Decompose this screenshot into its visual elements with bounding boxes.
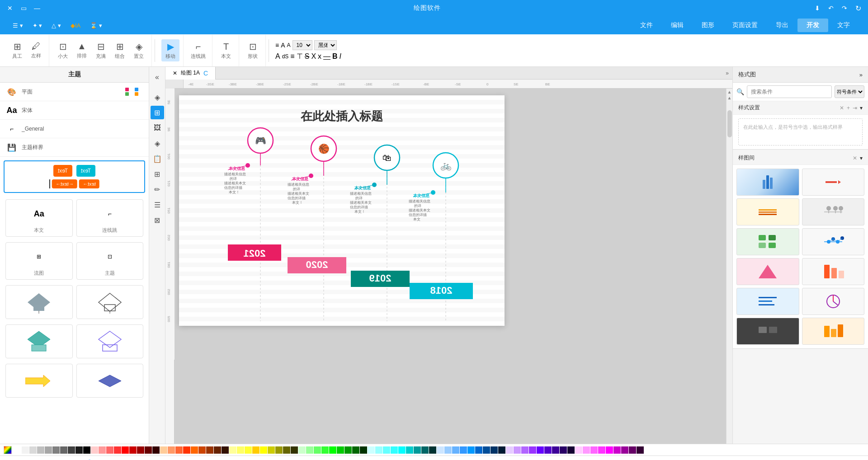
shape-diamond-white[interactable] bbox=[76, 285, 144, 319]
color-swatch[interactable] bbox=[352, 446, 359, 454]
menu-item-edit[interactable]: 编辑 bbox=[662, 19, 693, 32]
toolbar-btn-shape2[interactable]: ⊡ 形状 bbox=[244, 39, 262, 61]
color-swatch[interactable] bbox=[175, 446, 183, 454]
template-thumb-1[interactable] bbox=[736, 169, 799, 196]
minimize-button[interactable]: ▭ bbox=[19, 4, 28, 13]
color-swatch[interactable] bbox=[483, 446, 490, 454]
color-swatch[interactable] bbox=[590, 446, 598, 454]
shape-connector[interactable]: ⌐ 连线跳 bbox=[76, 199, 144, 237]
color-swatch[interactable] bbox=[222, 446, 229, 454]
sidebar-table-btn[interactable]: ⊞ bbox=[151, 167, 164, 181]
shape-row-theme[interactable]: 💾 主题样界 bbox=[0, 138, 149, 157]
color-swatch[interactable] bbox=[337, 446, 344, 454]
color-swatch[interactable] bbox=[114, 446, 121, 454]
color-swatch[interactable] bbox=[560, 446, 567, 454]
color-swatch[interactable] bbox=[391, 446, 398, 454]
search-input[interactable] bbox=[747, 85, 832, 98]
font-size-select[interactable]: 10121416 bbox=[292, 40, 312, 50]
strike-icon[interactable]: S bbox=[305, 52, 310, 61]
color-swatch[interactable] bbox=[183, 446, 190, 454]
color-swatch[interactable] bbox=[45, 446, 52, 454]
color-swatch[interactable] bbox=[429, 446, 436, 454]
color-swatch[interactable] bbox=[414, 446, 421, 454]
font-size-large-icon[interactable]: A bbox=[281, 42, 285, 49]
shape-text[interactable]: Aa 本文 bbox=[5, 199, 73, 237]
menu-item-help[interactable]: 文件 bbox=[631, 19, 662, 32]
color-swatch[interactable] bbox=[529, 446, 536, 454]
bold-icon[interactable]: B bbox=[332, 52, 338, 61]
color-swatch[interactable] bbox=[37, 446, 44, 454]
canvas-tab-1[interactable]: ✕ 绘图 1A C bbox=[165, 67, 216, 80]
sidebar-layers-btn[interactable]: ◈ bbox=[151, 136, 164, 150]
italic-icon[interactable]: I bbox=[340, 52, 341, 61]
color-swatch[interactable] bbox=[52, 446, 60, 454]
main-shape-preview[interactable]: Text Text ←text→ text→ bbox=[4, 160, 145, 193]
indent-icon[interactable]: ⊤ bbox=[297, 52, 303, 61]
color-swatch[interactable] bbox=[375, 446, 382, 454]
template-thumb-11[interactable] bbox=[736, 318, 799, 345]
color-swatch[interactable] bbox=[298, 446, 306, 454]
template-thumb-10[interactable] bbox=[802, 288, 865, 315]
shape-flow-green[interactable] bbox=[5, 324, 73, 358]
shape-row-font[interactable]: Aa 宋体 bbox=[0, 101, 149, 120]
color-swatch[interactable] bbox=[152, 446, 160, 454]
color-swatch[interactable] bbox=[306, 446, 313, 454]
color-swatch[interactable] bbox=[506, 446, 513, 454]
color-swatch[interactable] bbox=[75, 446, 83, 454]
color-swatch[interactable] bbox=[314, 446, 321, 454]
font-name-select[interactable]: 黑体 bbox=[314, 40, 337, 50]
template-thumb-6[interactable] bbox=[802, 228, 865, 255]
sub-icon[interactable]: X bbox=[311, 52, 316, 61]
toolbar-btn-select[interactable]: ▶ 移动 bbox=[161, 39, 179, 61]
scroll-up2-btn[interactable]: ▲ bbox=[727, 95, 732, 100]
title-icon-1[interactable]: ⬇ bbox=[813, 4, 822, 13]
shape-diamond-blue[interactable] bbox=[76, 364, 144, 398]
template-thumb-4[interactable] bbox=[802, 198, 865, 225]
color-swatch[interactable] bbox=[498, 446, 505, 454]
shape-flow[interactable]: ⊞ 流图 bbox=[5, 242, 73, 280]
color-swatch[interactable] bbox=[521, 446, 528, 454]
shape-row-plane[interactable]: 🎨 平面 bbox=[0, 83, 149, 101]
menu-tool-zoom[interactable]: ⌛ ▾ bbox=[86, 20, 106, 31]
menu-tool-text[interactable]: ◆IA bbox=[67, 20, 84, 31]
color-swatch[interactable] bbox=[406, 446, 413, 454]
color-swatch[interactable] bbox=[552, 446, 559, 454]
sidebar-fill-btn[interactable]: ◈ bbox=[151, 90, 164, 104]
shape-arrow-yellow[interactable] bbox=[5, 364, 73, 398]
font-bg-icon[interactable]: dS bbox=[282, 53, 289, 60]
color-swatch[interactable] bbox=[291, 446, 298, 454]
right-panel-expand[interactable]: » bbox=[859, 71, 863, 78]
color-swatch[interactable] bbox=[629, 446, 636, 454]
color-swatch[interactable] bbox=[368, 446, 375, 454]
format-section-header[interactable]: 样式设置 ✕ + ⇥ ▾ bbox=[733, 101, 868, 115]
menu-tool-connect[interactable]: ✦ ▾ bbox=[29, 20, 46, 31]
color-swatch[interactable] bbox=[129, 446, 137, 454]
sidebar-edit-btn[interactable]: ✏ bbox=[151, 183, 164, 196]
color-swatch[interactable] bbox=[22, 446, 29, 454]
shape-theme-item[interactable]: ⊡ 主题 bbox=[76, 242, 144, 280]
color-swatch[interactable] bbox=[29, 446, 37, 454]
menu-item-view[interactable]: 图形 bbox=[693, 19, 723, 32]
color-swatch[interactable] bbox=[637, 446, 644, 454]
restore-button[interactable]: — bbox=[33, 4, 42, 13]
sidebar-image-btn[interactable]: 🖼 bbox=[151, 121, 164, 135]
title-icon-2[interactable]: ↶ bbox=[826, 4, 835, 13]
color-swatch[interactable] bbox=[544, 446, 552, 454]
sidebar-data-btn[interactable]: 📋 bbox=[151, 152, 164, 165]
sidebar-grid-btn[interactable]: ⊞ bbox=[151, 106, 164, 119]
underline2-icon[interactable]: — bbox=[323, 52, 330, 61]
format-add-btn[interactable]: + bbox=[847, 105, 850, 111]
color-swatch[interactable] bbox=[237, 446, 244, 454]
toolbar-btn-group[interactable]: ⊞ 组合 bbox=[111, 39, 129, 61]
close-button[interactable]: ✕ bbox=[5, 4, 14, 13]
font-color-icon[interactable]: A bbox=[275, 52, 280, 61]
menu-item-page[interactable]: 页面设置 bbox=[723, 19, 767, 32]
color-swatch[interactable] bbox=[168, 446, 175, 454]
color-swatch[interactable] bbox=[613, 446, 621, 454]
color-swatch[interactable] bbox=[122, 446, 129, 454]
toolbar-btn-fill[interactable]: ⊟ 充满 bbox=[92, 39, 110, 61]
toolbar-btn-style[interactable]: 🖊 左样 bbox=[27, 39, 45, 61]
style-section-header[interactable]: 样图间 ✕ ▾ bbox=[733, 151, 868, 165]
menu-tool-shape[interactable]: △ ▾ bbox=[48, 20, 65, 31]
color-swatch[interactable] bbox=[567, 446, 575, 454]
